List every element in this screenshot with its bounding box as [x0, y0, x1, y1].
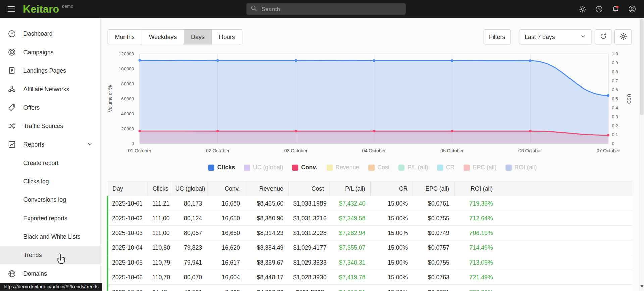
sidebar-item-domains[interactable]: Domains [0, 264, 100, 283]
col-header-epc-all[interactable]: EPC (all) [413, 181, 454, 196]
legend-item-clicks[interactable]: Clicks [208, 164, 235, 171]
svg-text:0.7: 0.7 [612, 78, 618, 83]
landings-icon [8, 66, 16, 74]
col-header-uc-global[interactable]: UC (global) [170, 181, 207, 196]
sidebar-item-create-report[interactable]: Create report [0, 154, 100, 172]
svg-text:1.0: 1.0 [612, 51, 618, 56]
account-icon[interactable] [628, 5, 636, 13]
col-header-day[interactable]: Day [108, 181, 148, 196]
sidebar-item-dashboard[interactable]: Dashboard [0, 24, 100, 43]
affiliates-icon [8, 85, 16, 93]
cell: $1,033.1989 [288, 196, 329, 211]
legend-item-revenue[interactable]: Revenue [326, 164, 359, 171]
col-header-p-l-all[interactable]: P/L (all) [329, 181, 370, 196]
legend-label: EPC (all) [473, 164, 496, 171]
legend-item-cost[interactable]: Cost [368, 164, 389, 171]
svg-text:40000: 40000 [121, 111, 134, 116]
cell: $7,282.94 [329, 226, 370, 240]
tab-days[interactable]: Days [184, 29, 212, 44]
topbar-actions: ? [579, 0, 636, 18]
cell-day: 2025-10-01 [108, 196, 148, 211]
sidebar-item-black-and-white-lists[interactable]: Black and White Lists [0, 227, 100, 246]
svg-text:0.4: 0.4 [612, 105, 618, 110]
refresh-button[interactable] [595, 29, 612, 44]
cell-day: 2025-10-06 [108, 270, 148, 285]
legend-item-epc-all[interactable]: EPC (all) [463, 164, 496, 171]
sidebar-item-offers[interactable]: Offers [0, 98, 100, 117]
filters-button[interactable]: Filters [483, 29, 511, 44]
cell: 712.64% [454, 211, 498, 225]
chart-settings-button[interactable] [614, 29, 632, 44]
cell: 16,620 [207, 240, 245, 255]
legend-item-conv[interactable]: Conv. [292, 164, 317, 171]
cell: $0.0755 [413, 255, 454, 270]
col-header-clicks[interactable]: Clicks [147, 181, 170, 196]
cell: 64,43 [147, 285, 170, 291]
sidebar-item-label: Clicks log [23, 178, 49, 185]
sidebar-item-campaigns[interactable]: Campaigns [0, 43, 100, 61]
cell: 16,680 [207, 196, 245, 211]
legend-item-uc-global[interactable]: UC (global) [244, 164, 283, 171]
search-bar [246, 3, 406, 15]
scrollbar-thumb[interactable] [640, 19, 644, 115]
svg-text:03 October: 03 October [284, 148, 308, 153]
tab-months[interactable]: Months [108, 29, 142, 44]
legend-item-p-l-all[interactable]: P/L (all) [399, 164, 428, 171]
env-label: demo [62, 4, 73, 9]
cell: 9,665 [207, 285, 245, 291]
sidebar-item-label: Landings Pages [23, 67, 66, 74]
sidebar-item-conversions-log[interactable]: Conversions log [0, 190, 100, 209]
col-header-cost[interactable]: Cost [288, 181, 329, 196]
cell: 728.36% [454, 285, 498, 291]
col-header-roi-all[interactable]: ROI (all) [454, 181, 498, 196]
scrollbar-down-arrow[interactable] [640, 285, 644, 289]
col-header-cr[interactable]: CR [370, 181, 413, 196]
cell: $7,432.40 [329, 196, 370, 211]
cell-day: 2025-10-03 [108, 226, 148, 240]
logo[interactable]: Keitaro demo [23, 0, 73, 18]
table-row: 2025-10-0764,4346,5219,665$4,902.33$591.… [108, 285, 632, 291]
cell: 80,070 [170, 270, 207, 285]
refresh-icon [600, 33, 607, 41]
tab-weekdays[interactable]: Weekdays [142, 29, 184, 44]
sidebar-item-clicks-log[interactable]: Clicks log [0, 172, 100, 190]
cell: $1,028.3930 [288, 270, 329, 285]
svg-text:0.8: 0.8 [612, 69, 618, 74]
col-header-conv[interactable]: Conv. [207, 181, 245, 196]
gear-icon [619, 32, 627, 41]
col-header-revenue[interactable]: Revenue [245, 181, 288, 196]
svg-text:20000: 20000 [121, 126, 134, 131]
cell: 110,80 [147, 240, 170, 255]
legend-swatch [292, 164, 298, 170]
help-icon[interactable]: ? [595, 5, 603, 13]
table-row: 2025-10-01111,2180,17316,680$8,465.60$1,… [108, 196, 632, 211]
cell-day: 2025-10-07 [108, 285, 148, 291]
sidebar-item-label: Black and White Lists [23, 233, 81, 240]
cell-day: 2025-10-05 [108, 255, 148, 270]
sidebar-item-label: Offers [23, 104, 40, 111]
sidebar-item-trends[interactable]: Trends [0, 246, 100, 264]
sidebar-item-reports[interactable]: Reports [0, 135, 100, 154]
cell: $8,314.23 [245, 226, 288, 240]
tab-hours[interactable]: Hours [211, 29, 242, 44]
settings-icon[interactable] [579, 5, 586, 13]
svg-text:0.9: 0.9 [612, 60, 618, 65]
cell: 111,00 [147, 211, 170, 225]
cell: 706.19% [454, 226, 498, 240]
sidebar-item-traffic-sources[interactable]: Traffic Sources [0, 117, 100, 135]
sidebar-item-affiliate-networks[interactable]: Affiliate Networks [0, 79, 100, 98]
svg-text:04 October: 04 October [362, 148, 386, 153]
sidebar-item-exported-reports[interactable]: Exported reports [0, 209, 100, 227]
svg-text:100000: 100000 [119, 66, 134, 71]
chart-svg: 02000040000600008000010000012000000.10.2… [101, 49, 644, 159]
sidebar-item-landings-pages[interactable]: Landings Pages [0, 61, 100, 79]
menu-icon[interactable] [7, 5, 16, 14]
svg-text:07 October: 07 October [597, 148, 620, 153]
scrollbar[interactable] [639, 18, 644, 291]
notifications-bell-icon[interactable] [611, 5, 619, 13]
legend-item-cr[interactable]: CR [437, 164, 455, 171]
date-range-select[interactable]: Last 7 days [519, 29, 591, 44]
cell: $0.0761 [413, 196, 454, 211]
legend-item-roi-all[interactable]: ROI (all) [505, 164, 537, 171]
search-input[interactable] [261, 5, 402, 13]
